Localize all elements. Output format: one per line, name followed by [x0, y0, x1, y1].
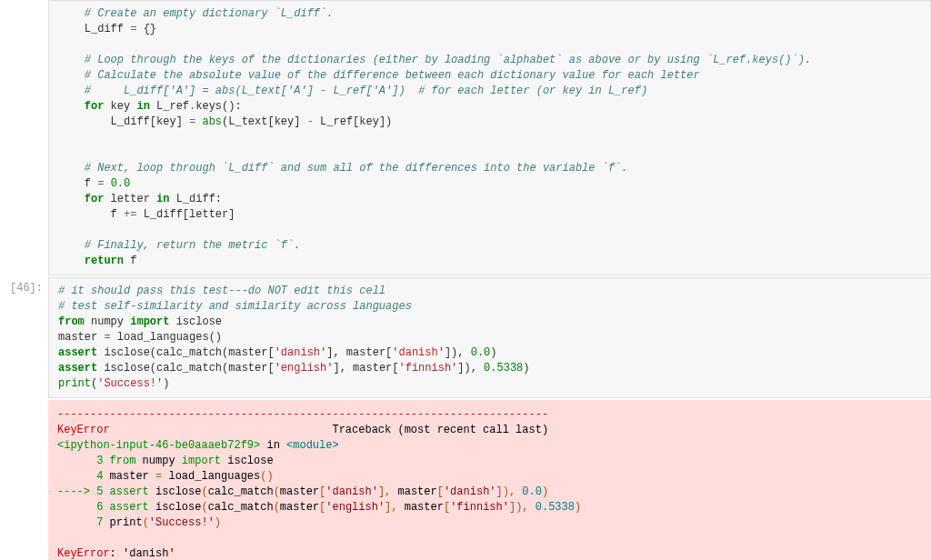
cell-prompt: [46]:: [0, 277, 48, 398]
cell-output-error: ----------------------------------------…: [0, 400, 931, 560]
notebook: # Create an empty dictionary `L_diff`. L…: [0, 0, 931, 560]
traceback: ----------------------------------------…: [48, 400, 931, 560]
code-input-area[interactable]: # Create an empty dictionary `L_diff`. L…: [48, 0, 931, 275]
code-cell-2: [46]: # it should pass this test---do NO…: [0, 277, 931, 398]
cell-prompt: [0, 0, 48, 275]
output-prompt: [0, 400, 48, 560]
code-input-area[interactable]: # it should pass this test---do NOT edit…: [48, 277, 931, 398]
code-cell-1: # Create an empty dictionary `L_diff`. L…: [0, 0, 931, 275]
